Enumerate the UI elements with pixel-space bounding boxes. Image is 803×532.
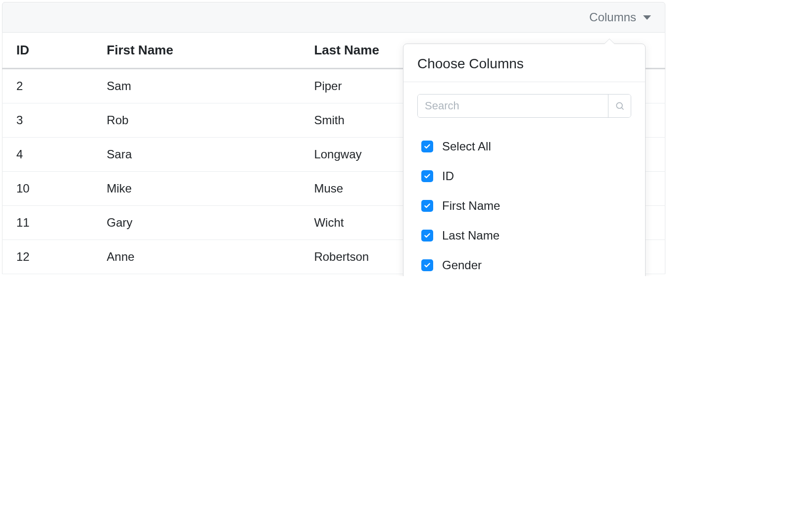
col-header-first[interactable]: First Name	[93, 33, 301, 69]
columns-dropdown-toggle[interactable]: Columns	[589, 10, 651, 24]
cell-id: 3	[2, 103, 93, 138]
checkbox-checked-icon[interactable]	[421, 259, 433, 271]
column-option-label: ID	[442, 169, 454, 183]
popover-title: Choose Columns	[403, 44, 645, 82]
column-option[interactable]: Last Name	[417, 221, 633, 250]
grid-container: Columns ID First Name Last Name Gender 2…	[2, 2, 665, 274]
column-option[interactable]: ID	[417, 161, 633, 191]
search-button[interactable]	[608, 95, 631, 117]
column-option-list[interactable]: Select AllIDFirst NameLast NameGender	[417, 132, 641, 276]
checkbox-checked-icon[interactable]	[421, 170, 433, 182]
svg-line-1	[621, 108, 623, 110]
column-option-label: First Name	[442, 199, 500, 213]
checkbox-checked-icon[interactable]	[421, 230, 433, 242]
cell-id: 4	[2, 138, 93, 172]
cell-id: 10	[2, 172, 93, 206]
column-option-label: Select All	[442, 140, 491, 153]
cell-first: Rob	[93, 103, 301, 138]
column-option-label: Last Name	[442, 229, 500, 242]
search-input-group	[417, 94, 631, 118]
cell-first: Gary	[93, 206, 301, 240]
column-option[interactable]: Select All	[417, 132, 633, 161]
cell-first: Sam	[93, 69, 301, 103]
grid-toolbar: Columns	[2, 2, 665, 33]
column-option-label: Gender	[442, 258, 482, 272]
cell-first: Sara	[93, 138, 301, 172]
cell-first: Anne	[93, 240, 301, 274]
columns-label: Columns	[589, 10, 636, 24]
cell-id: 11	[2, 206, 93, 240]
checkbox-checked-icon[interactable]	[421, 141, 433, 152]
search-icon	[615, 101, 625, 111]
column-chooser-popover: Choose Columns Select AllIDFirst NameLas…	[403, 44, 646, 276]
cell-first: Mike	[93, 172, 301, 206]
popover-search-section	[403, 82, 645, 122]
popover-arrow-icon	[604, 39, 614, 44]
column-option[interactable]: First Name	[417, 191, 633, 221]
popover-list-wrap: Select AllIDFirst NameLast NameGender	[403, 122, 645, 276]
svg-point-0	[616, 102, 622, 108]
cell-id: 12	[2, 240, 93, 274]
col-header-id[interactable]: ID	[2, 33, 93, 69]
cell-id: 2	[2, 69, 93, 103]
caret-down-icon	[643, 15, 651, 20]
column-search-input[interactable]	[418, 95, 608, 117]
checkbox-checked-icon[interactable]	[421, 200, 433, 212]
column-option[interactable]: Gender	[417, 250, 633, 276]
